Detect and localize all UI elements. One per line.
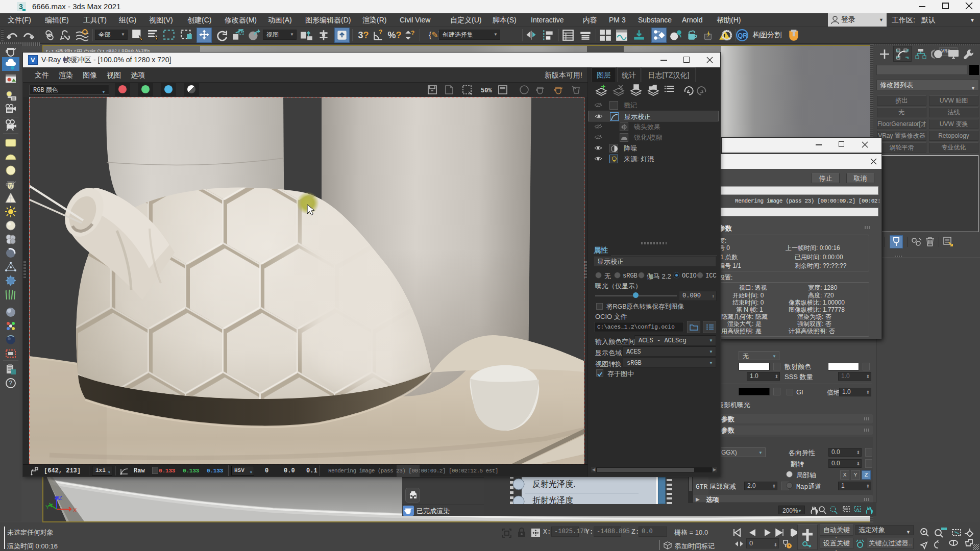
svg-text:QR: QR — [738, 32, 748, 39]
svg-text:X: X — [73, 507, 77, 513]
svg-text:?: ? — [9, 380, 13, 387]
svg-text:?: ? — [411, 30, 414, 37]
svg-text:50%: 50% — [481, 87, 492, 94]
svg-text:Y: Y — [45, 504, 50, 510]
svg-text:?: ? — [379, 29, 382, 36]
svg-text:Z: Z — [59, 495, 62, 501]
svg-text:3: 3 — [19, 3, 23, 11]
